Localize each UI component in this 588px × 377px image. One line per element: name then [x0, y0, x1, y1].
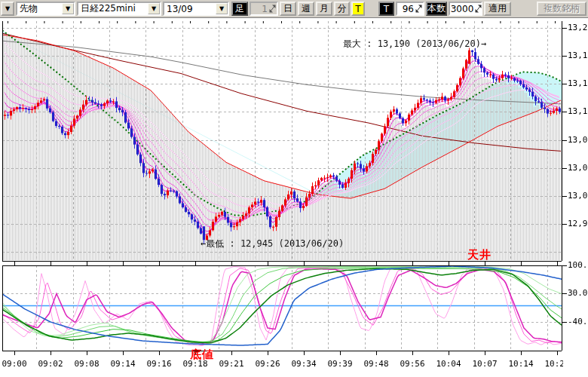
time-tick-label: 09:48: [361, 359, 391, 369]
spin-icon[interactable]: [415, 5, 422, 13]
bottom-annotation: 底値: [190, 348, 214, 362]
trading-chart-app: ▼ 先物 ▼ 日経225mini ▼ 13/09 ▼ 足 1 日 週 月 分 T…: [0, 0, 588, 377]
interval-value: 1: [253, 4, 269, 14]
instrument-type-combo[interactable]: 先物 ▼: [16, 2, 75, 16]
oscillator-tick-label: 100.00: [568, 260, 588, 270]
time-tick-label: 10:21: [542, 359, 563, 369]
bars-count-value: 3000: [451, 4, 476, 14]
chart-canvas[interactable]: [0, 0, 588, 377]
chevron-down-icon[interactable]: ▼: [148, 3, 160, 14]
chevron-down-icon: ▼: [5, 5, 10, 12]
price-tick-label: 13,180: [568, 51, 588, 60]
tick-label-badge: T: [378, 2, 394, 16]
time-tick-label: 10:14: [506, 359, 536, 369]
symbol-combo[interactable]: 日経225mini ▼: [77, 2, 161, 16]
contract-month-combo[interactable]: 13/09 ▼: [163, 2, 229, 16]
bars-count-stepper[interactable]: 3000: [449, 2, 482, 16]
price-tick-label: 12,970: [568, 219, 588, 228]
time-tick-label: 09:26: [253, 359, 283, 369]
timeframe-tick-button[interactable]: T: [351, 2, 365, 16]
price-tick-label: 13,215: [568, 23, 588, 32]
price-tick-label: 13,005: [568, 191, 588, 201]
timeframe-label-badge: 足: [231, 2, 248, 16]
time-tick-label: 09:00: [0, 359, 29, 369]
time-tick-label: 09:14: [108, 359, 138, 369]
apply-button[interactable]: 適用: [484, 2, 511, 16]
time-tick-label: 09:21: [216, 359, 247, 369]
chevron-down-icon[interactable]: ▼: [216, 3, 228, 14]
time-tick-label: 09:39: [325, 359, 355, 369]
multi-symbol-button[interactable]: 複数銘柄: [537, 2, 586, 16]
time-tick-label: 09:08: [72, 359, 102, 369]
timeframe-month-button[interactable]: 月: [316, 2, 332, 16]
time-tick-label: 09:34: [289, 359, 319, 369]
bars-label-badge: 本数: [426, 2, 447, 16]
timeframe-week-button[interactable]: 週: [298, 2, 314, 16]
time-tick-label: 10:07: [470, 359, 500, 369]
time-axis-labels: 09:0009:0209:0809:1409:1609:1809:2109:26…: [0, 356, 563, 371]
time-tick-label: 09:02: [35, 359, 66, 369]
interval-stepper[interactable]: 1: [250, 2, 278, 16]
tick-count-stepper[interactable]: 96: [396, 2, 424, 16]
tick-count-value: 96: [400, 4, 415, 14]
spin-icon[interactable]: [269, 5, 276, 13]
chevron-down-icon[interactable]: ▼: [62, 3, 74, 14]
timeframe-minute-button[interactable]: 分: [334, 2, 350, 16]
timeframe-day-button[interactable]: 日: [280, 2, 296, 16]
blank-dropdown-button[interactable]: ▼: [1, 2, 14, 16]
ceiling-annotation: 天井: [467, 248, 492, 262]
oscillator-tick-label: -40.00: [568, 317, 588, 326]
time-tick-label: 10:04: [433, 359, 464, 369]
max-price-annotation: 最大 : 13,190 (2013/06/20)→: [343, 38, 486, 51]
time-tick-label: 09:16: [144, 359, 174, 369]
contract-month-value: 13/09: [164, 3, 216, 14]
price-tick-label: 13,145: [568, 78, 588, 88]
instrument-type-value: 先物: [17, 3, 62, 14]
spin-icon[interactable]: [475, 5, 482, 13]
time-tick-label: 09:56: [397, 359, 427, 369]
price-tick-label: 13,040: [568, 163, 588, 173]
toolbar: ▼ 先物 ▼ 日経225mini ▼ 13/09 ▼ 足 1 日 週 月 分 T…: [0, 0, 588, 18]
price-tick-label: 13,075: [568, 135, 588, 145]
price-tick-label: 13,110: [568, 106, 588, 116]
min-price-annotation: ←最低 : 12,945 (2013/06/20): [201, 238, 344, 250]
symbol-value: 日経225mini: [78, 3, 148, 14]
oscillator-tick-label: 30.00: [568, 288, 588, 298]
